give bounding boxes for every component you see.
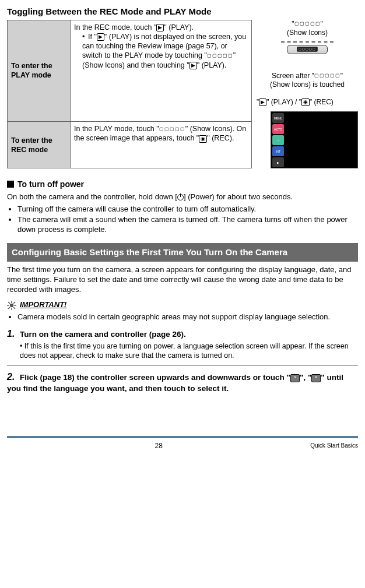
screen-after-label: Screen after "▢▢▢▢▢" (Show Icons) is tou… [257, 72, 358, 90]
menu-icon: MENU [272, 113, 284, 123]
mode-table: To enter the PLAY mode In the REC mode, … [7, 20, 252, 169]
page-title: Toggling Between the REC Mode and PLAY M… [7, 6, 358, 17]
svg-point-0 [10, 304, 13, 307]
up-icon: ˄ [311, 374, 321, 382]
right-callouts: "▢▢▢▢▢" (Show Icons) ▢▢▢▢▢ Screen after … [257, 20, 358, 169]
show-icons-icon: ▢▢▢▢▢ [159, 126, 185, 132]
important-row: IMPORTANT! [7, 300, 358, 310]
show-icons-icon: ▢▢▢▢▢ [207, 53, 233, 59]
row1-desc: In the REC mode, touch "▶" (PLAY). •If "… [71, 20, 252, 122]
down-icon: ˅ [290, 374, 300, 382]
show-icons-callout: "▢▢▢▢▢" (Show Icons) [257, 20, 358, 38]
poweroff-bullet-1: Turning off the camera will cause the co… [17, 205, 358, 214]
row2-label: To enter the REC mode [8, 122, 71, 168]
poweroff-para: On both the camera and the controller, h… [7, 192, 358, 202]
play-icon: ▶ [189, 62, 197, 69]
footer: 28 Quick Start Basics [7, 436, 358, 457]
chapter-name: Quick Start Basics [310, 442, 358, 449]
wifi-icon: ⌔ [272, 135, 284, 145]
rec-icon: ◉ [199, 135, 207, 143]
poweroff-bullets: Turning off the camera will cause the co… [7, 205, 358, 235]
divider [7, 365, 358, 365]
rec-mode-icon: ▶ [272, 157, 284, 167]
poweroff-heading: To turn off power [7, 179, 358, 189]
section-heading: Configuring Basic Settings the First Tim… [7, 243, 358, 262]
important-label: IMPORTANT! [20, 300, 66, 310]
row1-label: To enter the PLAY mode [8, 20, 71, 122]
power-icon [177, 194, 184, 200]
row2-desc: In the PLAY mode, touch "▢▢▢▢▢" (Show Ic… [71, 122, 252, 168]
step-title: Flick (page 18) the controller screen up… [7, 373, 343, 393]
screen-mock: MENU AUTO ⌔ INT ▶ [271, 111, 358, 168]
svg-line-7 [13, 302, 15, 304]
step-2: 2.Flick (page 18) the controller screen … [7, 371, 358, 394]
show-icons-icon: ▢▢▢▢▢ [314, 73, 341, 79]
show-icons-icon: ▢▢▢▢▢ [297, 47, 318, 52]
svg-line-8 [8, 307, 10, 309]
svg-line-6 [13, 307, 15, 309]
play-icon: ▶ [156, 24, 164, 31]
play-icon: ▶ [259, 98, 266, 106]
int-icon: INT [272, 146, 284, 156]
step-1: 1.Turn on the camera and controller (pag… [7, 328, 358, 360]
rec-icon: ◉ [301, 98, 310, 106]
step-number: 2. [7, 371, 20, 383]
poweroff-bullet-2: The camera will emit a sound when the ca… [17, 215, 358, 235]
page-number: 28 [7, 442, 310, 451]
important-bullet-1: Camera models sold in certain geographic… [17, 312, 358, 322]
device-illustration: ▢▢▢▢▢ [281, 41, 334, 54]
step-title: Turn on the camera and controller (page … [20, 330, 186, 339]
svg-line-5 [8, 302, 10, 304]
square-bullet-icon [7, 181, 14, 188]
burst-icon [7, 301, 16, 310]
important-bullets: Camera models sold in certain geographic… [7, 312, 358, 322]
play-icon: ▶ [97, 33, 104, 41]
show-icons-icon: ▢▢▢▢▢ [294, 21, 321, 27]
play-rec-label: "▶" (PLAY) / "◉" (REC) [257, 98, 358, 107]
firsttime-para: The first time you turn on the camera, a… [7, 265, 358, 295]
step-number: 1. [7, 328, 20, 340]
auto-icon: AUTO [272, 124, 284, 134]
step-1-sub: If this is the first time you are turnin… [20, 342, 349, 360]
